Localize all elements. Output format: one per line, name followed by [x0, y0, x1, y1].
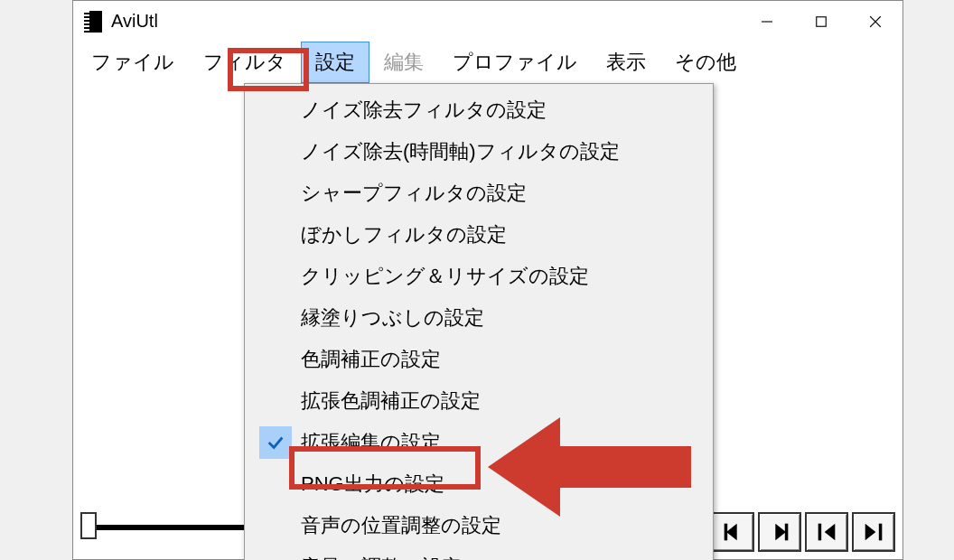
- dropdown-label: 色調補正の設定: [301, 348, 441, 370]
- dropdown-label: ノイズ除去フィルタの設定: [301, 98, 547, 121]
- svg-marker-6: [775, 524, 786, 541]
- close-button[interactable]: [848, 1, 903, 42]
- close-icon: [866, 13, 884, 31]
- dropdown-label: ぼかしフィルタの設定: [301, 223, 507, 246]
- svg-marker-4: [726, 524, 737, 541]
- dropdown-label: 音声の位置調整の設定: [301, 514, 501, 537]
- titlebar: AviUtl: [73, 1, 903, 42]
- dropdown-label: シャープフィルタの設定: [301, 182, 527, 204]
- svg-marker-10: [865, 524, 876, 541]
- go-end-icon: [861, 519, 886, 545]
- dropdown-label: 拡張色調補正の設定: [301, 389, 481, 412]
- menu-edit[interactable]: 編集: [369, 42, 438, 83]
- dropdown-item-noise-time-filter[interactable]: ノイズ除去(時間軸)フィルタの設定: [245, 131, 713, 173]
- minimize-button[interactable]: [740, 1, 794, 42]
- menu-profile[interactable]: プロファイル: [438, 42, 592, 83]
- dropdown-label: PNG出力の設定: [301, 472, 444, 495]
- slider-thumb[interactable]: [80, 512, 97, 539]
- next-frame-icon: [767, 519, 792, 545]
- dropdown-item-blur-filter[interactable]: ぼかしフィルタの設定: [245, 214, 713, 256]
- dropdown-label: 縁塗りつぶしの設定: [301, 306, 484, 329]
- menu-filter[interactable]: フィルタ: [189, 42, 301, 83]
- prev-frame-button[interactable]: [711, 512, 754, 552]
- transport-controls: [711, 512, 895, 552]
- svg-rect-8: [818, 524, 822, 541]
- check-icon: [259, 426, 292, 459]
- dropdown-item-sharp-filter[interactable]: シャープフィルタの設定: [245, 173, 713, 214]
- maximize-button[interactable]: [794, 1, 848, 42]
- app-icon: [84, 11, 102, 33]
- menubar: ファイル フィルタ 設定 編集 プロファイル 表示 その他: [73, 42, 903, 83]
- svg-rect-7: [785, 524, 789, 541]
- titlebar-left: AviUtl: [84, 11, 158, 33]
- menu-other[interactable]: その他: [660, 42, 751, 83]
- menu-settings[interactable]: 設定: [301, 42, 369, 83]
- dropdown-item-audio-position[interactable]: 音声の位置調整の設定: [245, 505, 713, 546]
- dropdown-item-png-output[interactable]: PNG出力の設定: [245, 463, 713, 505]
- svg-rect-1: [817, 16, 827, 26]
- menu-file[interactable]: ファイル: [77, 42, 189, 83]
- dropdown-item-noise-filter[interactable]: ノイズ除去フィルタの設定: [245, 89, 713, 131]
- dropdown-label: 音量の調整の設定: [301, 555, 462, 560]
- dropdown-label: クリッピング＆リサイズの設定: [301, 265, 589, 287]
- dropdown-label: ノイズ除去(時間軸)フィルタの設定: [301, 140, 620, 163]
- window-controls: [740, 1, 903, 42]
- go-start-button[interactable]: [805, 512, 848, 552]
- go-start-icon: [814, 519, 839, 545]
- maximize-icon: [813, 14, 829, 30]
- dropdown-item-clipping-resize[interactable]: クリッピング＆リサイズの設定: [245, 256, 713, 297]
- dropdown-item-border-fill[interactable]: 縁塗りつぶしの設定: [245, 297, 713, 339]
- dropdown-label: 拡張編集の設定: [301, 431, 441, 453]
- svg-marker-9: [825, 524, 836, 541]
- dropdown-item-volume-adjust[interactable]: 音量の調整の設定: [245, 546, 713, 560]
- svg-rect-11: [879, 524, 883, 541]
- menu-view[interactable]: 表示: [592, 42, 660, 83]
- minimize-icon: [759, 14, 775, 30]
- dropdown-item-ext-color-correction[interactable]: 拡張色調補正の設定: [245, 380, 713, 422]
- prev-frame-icon: [720, 519, 745, 545]
- next-frame-button[interactable]: [758, 512, 801, 552]
- dropdown-item-color-correction[interactable]: 色調補正の設定: [245, 339, 713, 380]
- dropdown-item-ext-edit[interactable]: 拡張編集の設定: [245, 422, 713, 463]
- go-end-button[interactable]: [852, 512, 895, 552]
- app-title: AviUtl: [111, 11, 158, 32]
- svg-rect-5: [725, 524, 728, 541]
- settings-dropdown: ノイズ除去フィルタの設定 ノイズ除去(時間軸)フィルタの設定 シャープフィルタの…: [244, 83, 714, 560]
